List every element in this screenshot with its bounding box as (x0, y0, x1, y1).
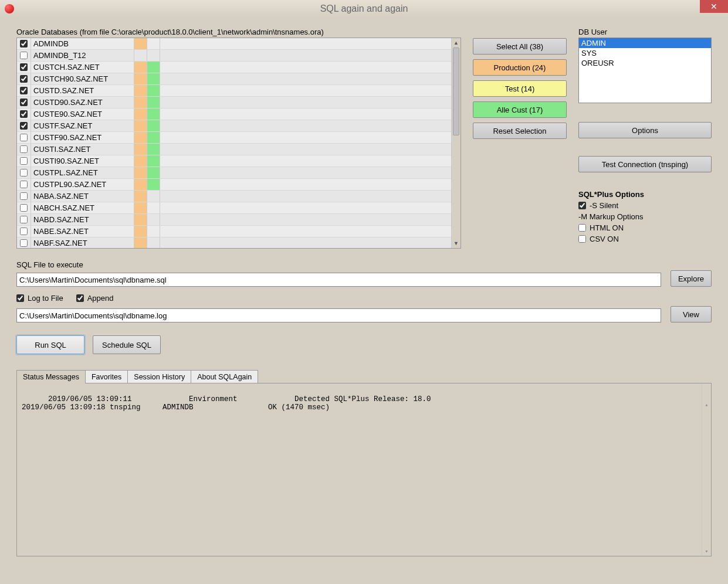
append-checkbox[interactable] (76, 294, 84, 302)
db-row-checkbox[interactable] (20, 204, 28, 212)
markup-options-label: -M Markup Options (578, 212, 644, 221)
db-row-checkbox[interactable] (20, 192, 28, 200)
log-file-input[interactable] (16, 308, 661, 322)
db-grid-row[interactable]: NABD.SAZ.NET (17, 214, 451, 226)
db-row-checkbox[interactable] (20, 228, 28, 235)
db-row-color1 (134, 120, 147, 131)
db-grid-row[interactable]: CUSTD90.SAZ.NET (17, 97, 451, 108)
scroll-thumb[interactable] (453, 47, 459, 135)
db-row-checkbox-cell[interactable] (17, 73, 31, 84)
run-sql-button[interactable]: Run SQL (16, 335, 84, 354)
db-user-item[interactable]: SYS (579, 48, 711, 58)
tab-about-sqlagain[interactable]: About SQLAgain (191, 370, 258, 383)
db-row-checkbox[interactable] (20, 134, 28, 141)
db-row-checkbox-cell[interactable] (17, 226, 31, 237)
reset-selection-button[interactable]: Reset Selection (473, 123, 567, 139)
db-row-checkbox-cell[interactable] (17, 202, 31, 213)
db-user-item[interactable]: OREUSR (579, 58, 711, 68)
db-grid-row[interactable]: CUSTI90.SAZ.NET (17, 155, 451, 167)
db-row-checkbox-cell[interactable] (17, 237, 31, 248)
status-messages-panel[interactable]: 2019/06/05 13:09:11 Environment Detected… (16, 383, 712, 556)
explore-button[interactable]: Explore (671, 270, 712, 287)
db-row-checkbox-cell[interactable] (17, 50, 31, 61)
alle-cust-button[interactable]: Alle Cust (17) (473, 101, 567, 118)
production-button[interactable]: Production (24) (473, 59, 567, 76)
db-row-checkbox-cell[interactable] (17, 120, 31, 131)
db-row-checkbox[interactable] (20, 110, 28, 118)
db-row-checkbox-cell[interactable] (17, 155, 31, 167)
db-row-checkbox[interactable] (20, 169, 28, 176)
db-grid-row[interactable]: NABE.SAZ.NET (17, 226, 451, 237)
db-grid-row[interactable]: ADMINDB_T12 (17, 50, 451, 62)
db-row-color2 (147, 191, 160, 202)
db-row-checkbox-cell[interactable] (17, 132, 31, 143)
db-row-checkbox-cell[interactable] (17, 144, 31, 155)
db-row-checkbox-cell[interactable] (17, 97, 31, 108)
db-row-checkbox-cell[interactable] (17, 38, 31, 49)
db-row-color1 (134, 85, 147, 96)
db-row-checkbox-cell[interactable] (17, 62, 31, 73)
db-row-checkbox[interactable] (20, 52, 28, 59)
db-grid-row[interactable]: NABA.SAZ.NET (17, 191, 451, 202)
sqlplus-options-header: SQL*Plus Options (578, 190, 712, 199)
csv-on-label: CSV ON (590, 235, 619, 243)
sql-file-input[interactable] (16, 273, 661, 287)
db-grid-row[interactable]: NABCH.SAZ.NET (17, 202, 451, 214)
db-grid-row[interactable]: CUSTI.SAZ.NET (17, 144, 451, 155)
db-row-checkbox[interactable] (20, 145, 28, 153)
view-button[interactable]: View (671, 306, 712, 322)
db-grid-row[interactable]: CUSTD.SAZ.NET (17, 85, 451, 97)
db-row-checkbox-cell[interactable] (17, 179, 31, 190)
tab-session-history[interactable]: Session History (127, 370, 191, 383)
select-all-button[interactable]: Select All (38) (473, 38, 567, 55)
status-scrollbar[interactable]: ▴ ▾ (702, 383, 711, 556)
db-row-checkbox[interactable] (20, 181, 28, 188)
db-user-item[interactable]: ADMIN (579, 38, 711, 48)
db-row-checkbox[interactable] (20, 122, 28, 130)
html-on-checkbox[interactable] (578, 224, 586, 232)
csv-on-checkbox[interactable] (578, 235, 586, 243)
db-row-name: NABF.SAZ.NET (31, 237, 134, 248)
db-row-checkbox[interactable] (20, 40, 28, 47)
test-connection-button[interactable]: Test Connection (tnsping) (578, 156, 712, 172)
db-grid-row[interactable]: CUSTCH.SAZ.NET (17, 62, 451, 73)
schedule-sql-button[interactable]: Schedule SQL (93, 335, 161, 354)
db-row-name: NABD.SAZ.NET (31, 214, 134, 225)
close-button[interactable]: ✕ (700, 0, 728, 13)
db-row-checkbox-cell[interactable] (17, 214, 31, 225)
options-button[interactable]: Options (578, 122, 712, 138)
tab-status-messages[interactable]: Status Messages (16, 370, 86, 383)
db-row-checkbox[interactable] (20, 157, 28, 165)
db-row-checkbox-cell[interactable] (17, 167, 31, 178)
db-grid-row[interactable]: CUSTE90.SAZ.NET (17, 108, 451, 120)
scroll-up-icon[interactable]: ▲ (452, 38, 460, 47)
db-grid-row[interactable]: CUSTPL.SAZ.NET (17, 167, 451, 179)
scroll-down-icon[interactable]: ▼ (452, 239, 460, 248)
db-row-checkbox-cell[interactable] (17, 108, 31, 120)
db-row-checkbox[interactable] (20, 239, 28, 247)
log-to-file-label: Log to File (28, 294, 63, 303)
db-grid-row[interactable]: CUSTPL90.SAZ.NET (17, 179, 451, 191)
db-row-checkbox-cell[interactable] (17, 191, 31, 202)
db-grid-row[interactable]: CUSTCH90.SAZ.NET (17, 73, 451, 85)
db-row-checkbox[interactable] (20, 63, 28, 71)
db-row-checkbox[interactable] (20, 216, 28, 223)
db-row-checkbox-cell[interactable] (17, 85, 31, 96)
db-row-checkbox[interactable] (20, 99, 28, 106)
db-grid-row[interactable]: CUSTF.SAZ.NET (17, 120, 451, 132)
db-grid-scrollbar[interactable]: ▲ ▼ (451, 38, 460, 248)
log-to-file-checkbox[interactable] (16, 294, 24, 302)
scroll-up-icon[interactable]: ▴ (702, 400, 711, 409)
scroll-down-icon[interactable]: ▾ (702, 546, 711, 556)
db-row-checkbox[interactable] (20, 87, 28, 94)
titlebar[interactable]: SQL again and again ✕ (0, 0, 728, 17)
db-user-list[interactable]: ADMINSYSOREUSR (578, 38, 712, 103)
db-grid-row[interactable]: NABF.SAZ.NET (17, 237, 451, 248)
test-button[interactable]: Test (14) (473, 80, 567, 97)
db-row-checkbox[interactable] (20, 75, 28, 83)
tab-favorites[interactable]: Favorites (85, 370, 128, 383)
silent-checkbox[interactable] (578, 202, 586, 209)
db-grid-row[interactable]: ADMINDB (17, 38, 451, 50)
db-grid-row[interactable]: CUSTF90.SAZ.NET (17, 132, 451, 144)
db-row-name: CUSTD90.SAZ.NET (31, 97, 134, 108)
